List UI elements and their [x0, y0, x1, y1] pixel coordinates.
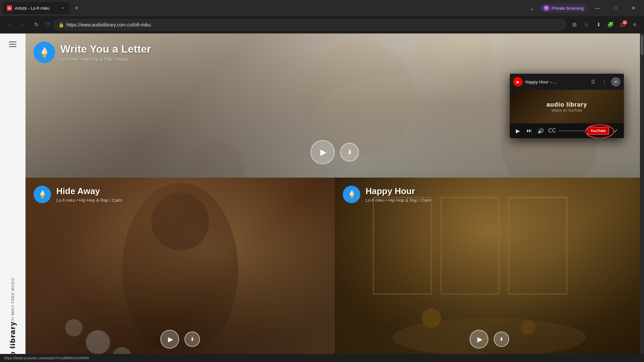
yt-channel-info: audio library Watch on YouTube	[546, 101, 587, 112]
active-tab[interactable]: A Artists - Lo-fi miku ×	[3, 2, 70, 14]
private-browsing-label: Private browsing	[551, 6, 584, 11]
scrollbar-thumb[interactable]	[641, 35, 643, 55]
yt-header-icons: ☰ ⋮ ×	[588, 77, 621, 86]
happy-hour-card[interactable]: 🍦 Happy Hour Lo-fi miku • Hip Hop & Rap …	[335, 178, 644, 362]
hide-away-subtitle: Lo-fi miku • Hip Hop & Rap / Calm	[56, 198, 122, 203]
refresh-button[interactable]: ↻	[31, 19, 42, 30]
close-window-button[interactable]: ✕	[626, 0, 641, 16]
hide-away-card[interactable]: 🍦 Hide Away Lo-fi miku • Hip Hop & Rap /…	[25, 178, 335, 362]
yt-favicon: ▶	[513, 77, 523, 86]
yt-video-area[interactable]: audio library Watch on YouTube	[510, 90, 624, 123]
happy-hour-subtitle: Lo-fi miku • Hip Hop & Rap / Calm	[366, 198, 431, 203]
avatar-icon-3: 🍦	[347, 190, 356, 199]
hide-away-download-button[interactable]: ⬇	[184, 331, 200, 347]
yt-channel-name: audio library	[546, 101, 587, 108]
private-browsing-indicator: 👁 Private browsing	[540, 4, 587, 12]
tab-title: Artists - Lo-fi miku	[15, 6, 50, 11]
yt-fullscreen-button[interactable]: ⤢	[611, 126, 621, 135]
tab-close-button[interactable]: ×	[60, 5, 66, 11]
avatar-icon-2: 🍦	[38, 190, 47, 199]
minimize-button[interactable]: —	[590, 0, 605, 16]
lock-icon: 🔒	[58, 21, 64, 28]
yt-youtube-button[interactable]: YouTube	[587, 127, 609, 135]
nav-right-controls: ⊞ ☆ ⬇ 🧩 21 21 ≡	[569, 19, 640, 30]
yt-next-button[interactable]: ⏭	[525, 126, 534, 135]
happy-hour-header: 🍦 Happy Hour Lo-fi miku • Hip Hop & Rap …	[343, 186, 636, 203]
hero-avatar: 🍦	[34, 42, 55, 63]
hero-play-button[interactable]: ▶	[311, 140, 335, 164]
status-url: https://www.youtube.com/watch?v=y8MWmVmR…	[4, 356, 89, 360]
download-button[interactable]: ⬇	[593, 19, 604, 30]
yt-more-button[interactable]: ⋮	[600, 77, 609, 86]
happy-hour-play-button[interactable]: ▶	[470, 330, 488, 349]
page-content: EXPLORE LO-FI MIKU FREE MUSIC audio libr…	[0, 34, 644, 362]
yt-title: Happy Hour – ...	[525, 79, 586, 84]
hide-away-header: 🍦 Hide Away Lo-fi miku • Hip Hop & Rap /…	[34, 186, 327, 203]
hide-away-title: Hide Away	[56, 186, 122, 196]
happy-hour-title: Happy Hour	[366, 186, 431, 196]
hide-away-text: Hide Away Lo-fi miku • Hip Hop & Rap / C…	[56, 186, 122, 203]
tab-dropdown-button[interactable]: ⌄	[527, 3, 537, 13]
hamburger-line-2	[9, 44, 16, 45]
forward-button[interactable]: →	[17, 19, 28, 30]
tab-right-controls: ⌄ 👁 Private browsing — □ ✕	[527, 0, 641, 16]
profile-button[interactable]: 21 21	[617, 19, 628, 30]
maximize-button[interactable]: □	[608, 0, 623, 16]
private-icon: 👁	[543, 5, 549, 11]
hamburger-line-1	[9, 42, 16, 42]
yt-header: ▶ Happy Hour – ... ☰ ⋮ ×	[510, 74, 624, 90]
yt-close-button[interactable]: ×	[611, 77, 621, 86]
new-tab-button[interactable]: +	[71, 3, 82, 13]
scrollbar[interactable]	[640, 34, 644, 362]
hamburger-menu[interactable]	[7, 39, 18, 50]
happy-hour-avatar: 🍦	[343, 186, 360, 203]
bookmark-button[interactable]: ☆	[581, 19, 592, 30]
url-text: https://www.audiolibrary.com.co/lofi-mik…	[66, 22, 151, 27]
hamburger-line-3	[9, 46, 16, 47]
yt-progress-bar[interactable]	[559, 130, 585, 131]
extensions-button[interactable]: 🧩	[605, 19, 616, 30]
back-button[interactable]: ←	[4, 19, 15, 30]
avatar-icon: 🍦	[39, 47, 50, 58]
hero-download-button[interactable]: ⬇	[340, 143, 359, 162]
yt-volume-button[interactable]: 🔊	[536, 126, 545, 135]
tab-bar: A Artists - Lo-fi miku × + ⌄ 👁 Private b…	[0, 0, 644, 16]
status-bar: https://www.youtube.com/watch?v=y8MWmVmR…	[0, 354, 644, 362]
menu-button[interactable]: ≡	[629, 19, 640, 30]
notification-badge: 21	[623, 20, 627, 25]
yt-cc-button[interactable]: CC	[547, 126, 557, 135]
happy-hour-text: Happy Hour Lo-fi miku • Hip Hop & Rap / …	[366, 186, 431, 203]
yt-watch-text: Watch on YouTube	[546, 108, 587, 112]
hero-header: 🍦 Write You a Letter Lo-fi miku • Hip Ho…	[34, 42, 636, 63]
address-bar[interactable]: 🔒 https://www.audiolibrary.com.co/lofi-m…	[54, 19, 566, 31]
left-sidebar: EXPLORE LO-FI MIKU FREE MUSIC audio libr…	[0, 34, 25, 362]
hide-away-avatar: 🍦	[34, 186, 51, 203]
nav-bar: ← → ↻ 🛡 🔒 https://www.audiolibrary.com.c…	[0, 16, 644, 34]
screenshot-button[interactable]: ⊞	[569, 19, 580, 30]
shield-icon: 🛡	[44, 21, 51, 28]
yt-play-button[interactable]: ▶	[513, 126, 523, 135]
tab-favicon: A	[7, 5, 12, 11]
hero-title: Write You a Letter	[60, 43, 151, 55]
hero-text: Write You a Letter Lo-fi miku • Hip Hop …	[60, 43, 151, 62]
browser-chrome: A Artists - Lo-fi miku × + ⌄ 👁 Private b…	[0, 0, 644, 34]
yt-player: ▶ Happy Hour – ... ☰ ⋮ × audio library W…	[510, 74, 624, 138]
yt-playlist-button[interactable]: ☰	[588, 77, 598, 86]
hide-away-play-button[interactable]: ▶	[160, 330, 179, 349]
hero-controls: ▶ ⬇	[25, 140, 644, 178]
yt-controls: ▶ ⏭ 🔊 CC YouTube ⤢	[510, 123, 624, 138]
happy-hour-download-button[interactable]: ⬇	[494, 331, 509, 347]
hero-subtitle: Lo-fi miku • Hip Hop & Rap / Happy	[60, 57, 151, 62]
